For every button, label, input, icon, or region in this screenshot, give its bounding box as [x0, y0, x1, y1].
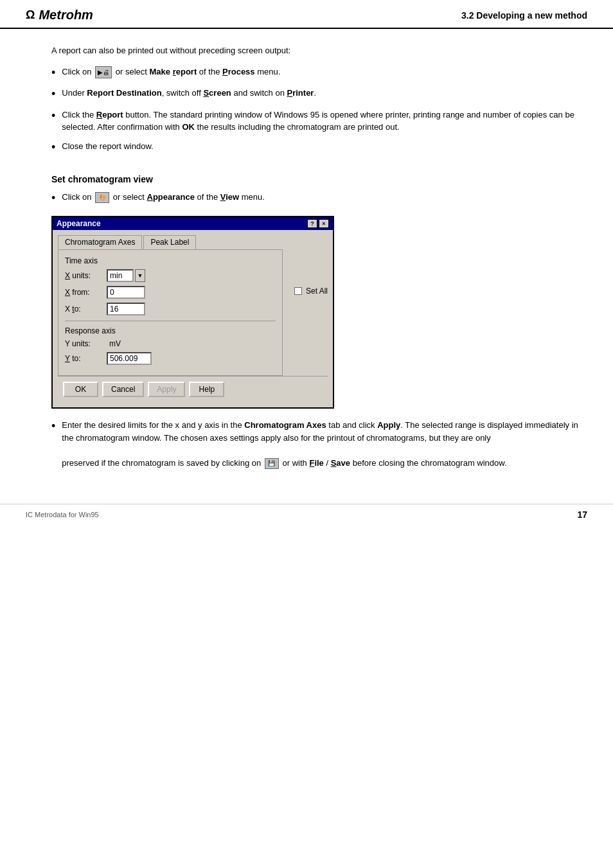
after-bullet-1: Enter the desired limits for the x and y… [62, 419, 587, 469]
header-section-title: 3.2 Developing a new method [461, 10, 587, 21]
bullet-dot: • [51, 140, 55, 155]
x-from-row: X from: [65, 286, 276, 299]
view-menu-label: View [220, 192, 239, 202]
appearance-icon[interactable]: 🎨 [95, 192, 109, 204]
y-units-value: mV [109, 339, 121, 348]
dialog-buttons: OK Cancel Apply Help [58, 376, 328, 402]
set-all-checkbox[interactable] [294, 287, 302, 295]
x-units-input[interactable] [107, 269, 134, 282]
x-units-dropdown-arrow[interactable]: ▼ [135, 269, 145, 282]
time-axis-title: Time axis [65, 256, 276, 265]
dialog-title: Appearance [57, 219, 101, 228]
tab-chromatogram-axes[interactable]: Chromatogram Axes [58, 235, 142, 249]
tab-content-area: Time axis X units: ▼ X [58, 249, 283, 376]
dialog-with-sidebar: Chromatogram Axes Peak Label Time axis [58, 235, 328, 376]
logo-name: Metrohm [39, 8, 93, 22]
x-to-label: X to: [65, 305, 107, 314]
set-all-area: Set All [294, 287, 328, 296]
apply-bold: Apply [377, 420, 400, 430]
footer-left: IC Metrodata for Win95 [26, 511, 99, 518]
make-report-icon[interactable]: ▶🖨 [95, 66, 112, 78]
ok-label: OK [182, 122, 195, 132]
screen-label: Screen [203, 88, 231, 98]
page-content: A report can also be printed out without… [0, 29, 613, 491]
tab-chromatogram-axes-label: Chromatogram Axes [65, 238, 135, 247]
page-header: Ω Metrohm 3.2 Developing a new method [0, 0, 613, 29]
dialog-close-button[interactable]: × [319, 219, 329, 228]
set-all-label: Set All [306, 287, 328, 296]
y-to-label: Y to: [65, 354, 107, 363]
list-item: • Click on 🎨 or select Appearance of the… [51, 191, 587, 206]
dialog-titlebar-buttons: ? × [307, 219, 329, 228]
process-menu-label: Process [222, 67, 255, 76]
dialog-body: Chromatogram Axes Peak Label Time axis [53, 230, 333, 407]
printer-label: Printer [287, 88, 314, 98]
bullet-dot: • [51, 66, 55, 80]
dialog-titlebar: Appearance ? × [53, 217, 333, 230]
y-to-input[interactable] [107, 352, 152, 365]
help-button[interactable]: Help [189, 382, 224, 397]
tab-peak-label[interactable]: Peak Label [143, 235, 196, 249]
page-footer: IC Metrodata for Win95 17 [0, 504, 613, 525]
bullet-content-2: Under Report Destination, switch off Scr… [62, 87, 587, 100]
section-bullet-content: Click on 🎨 or select Appearance of the V… [62, 191, 587, 204]
list-item: • Click the Report button. The standard … [51, 109, 587, 134]
list-item: • Close the report window. [51, 140, 587, 155]
section-divider [65, 321, 276, 321]
report-destination-label: Report Destination [87, 88, 161, 98]
bullet-list: • Click on ▶🖨 or select Make report of t… [51, 66, 587, 155]
bullet-content-4: Close the report window. [62, 140, 587, 153]
x-units-label: X units: [65, 271, 107, 280]
y-units-label: Y units: [65, 339, 107, 348]
section-bullet-list: • Click on 🎨 or select Appearance of the… [51, 191, 587, 206]
appearance-dialog: Appearance ? × Chromatogram Axes [51, 216, 334, 409]
logo-omega-symbol: Ω [26, 8, 35, 22]
bullet-dot: • [51, 191, 55, 206]
dialog-help-button[interactable]: ? [307, 219, 317, 228]
x-to-input[interactable] [107, 303, 145, 315]
x-from-label: X from: [65, 288, 107, 297]
dialog-wrapper: Appearance ? × Chromatogram Axes [51, 216, 587, 409]
make-report-label: Make report [150, 67, 197, 76]
bullet-dot: • [51, 87, 55, 102]
bullet-content-3: Click the Report button. The standard pr… [62, 109, 587, 134]
report-button-label: Report [96, 110, 123, 120]
chromatogram-axes-bold: Chromatogram Axes [244, 420, 326, 430]
x-units-row: X units: ▼ [65, 269, 276, 282]
apply-button[interactable]: Apply [148, 382, 185, 397]
page-number: 17 [577, 509, 587, 520]
dialog-main: Chromatogram Axes Peak Label Time axis [58, 235, 283, 376]
y-units-row: Y units: mV [65, 339, 276, 348]
bullet-dot: • [51, 419, 55, 434]
list-item: • Click on ▶🖨 or select Make report of t… [51, 66, 587, 80]
bullet-dot: • [51, 109, 55, 123]
list-item: • Enter the desired limits for the x and… [51, 419, 587, 469]
dialog-tabs: Chromatogram Axes Peak Label [58, 235, 283, 249]
appearance-label: Appearance [147, 192, 195, 202]
x-units-select-wrapper: ▼ [107, 269, 145, 282]
section-heading: Set chromatogram view [51, 174, 587, 184]
save-icon[interactable]: 💾 [265, 458, 279, 470]
y-to-row: Y to: [65, 352, 276, 365]
ok-button[interactable]: OK [63, 382, 98, 397]
file-label: File [309, 458, 323, 468]
response-axis-title: Response axis [65, 326, 276, 335]
cancel-button[interactable]: Cancel [102, 382, 144, 397]
tab-peak-label-label: Peak Label [150, 238, 189, 247]
x-from-input[interactable] [107, 286, 145, 299]
logo-area: Ω Metrohm [26, 8, 93, 22]
x-to-row: X to: [65, 303, 276, 315]
intro-text: A report can also be printed out without… [51, 44, 587, 58]
list-item: • Under Report Destination, switch off S… [51, 87, 587, 102]
save-label: Save [331, 458, 350, 468]
bullet-content-1: Click on ▶🖨 or select Make report of the… [62, 66, 587, 78]
after-bullet-list: • Enter the desired limits for the x and… [51, 419, 587, 469]
